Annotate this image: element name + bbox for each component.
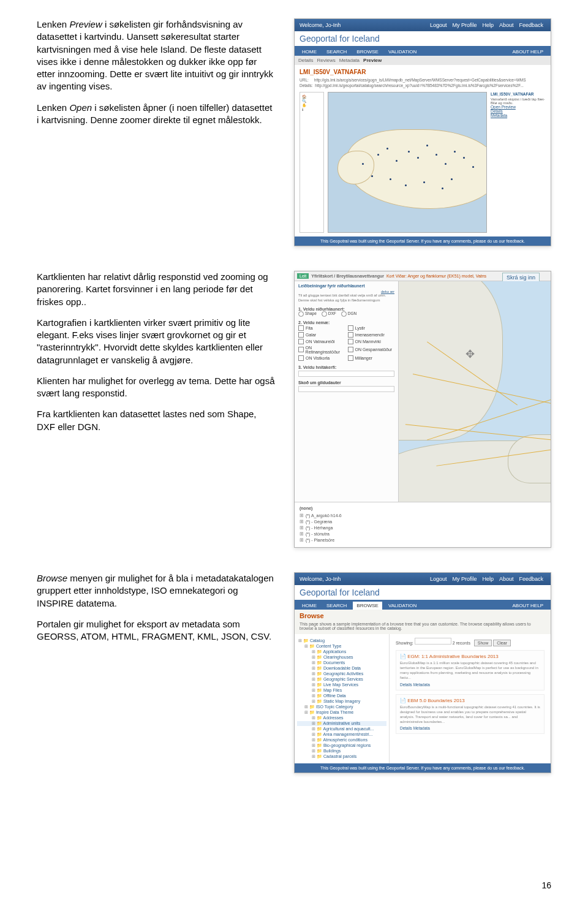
mc-layer: Kort Viðar: Anger og flanklomur (EK51) m… xyxy=(386,274,486,278)
tab-home: HOME xyxy=(298,602,320,610)
para-preview: Lenken Preview i søkelisten gir forhånds… xyxy=(37,18,276,93)
tab-validation: VALIDATION xyxy=(385,602,420,610)
browse-term: Browse xyxy=(37,573,67,583)
header-links: Logout My Profile Help About Feedback xyxy=(428,21,546,29)
page-number: 16 xyxy=(541,880,551,890)
check: Fita xyxy=(298,325,345,331)
check: Millanger xyxy=(348,355,395,361)
check: ON Retinanginsstöður xyxy=(298,346,345,354)
link-metadata: Metadata xyxy=(491,113,546,118)
link-feedback: Feedback xyxy=(516,575,546,583)
map-sidebar: LMI_IS50V_VATNAFAR Vatnafarið skiptist í… xyxy=(491,92,546,233)
legend-item: (*) A_argokö h14-6 xyxy=(300,513,546,518)
client-map: ✥ xyxy=(399,281,551,502)
link-logout: Logout xyxy=(428,21,450,29)
tree-node: Cadastral parcels xyxy=(297,754,386,759)
welcome-text: Welcome, Jo-Inh xyxy=(300,22,341,28)
check: ON Vatnaureiði xyxy=(298,339,345,344)
link-logout: Logout xyxy=(428,575,450,583)
legend-item: (*) - Planetsöre xyxy=(300,537,546,543)
tab-about: ABOUT HELP xyxy=(508,602,547,610)
browse-tree: Catalog Content Type Applications Cleari… xyxy=(295,634,390,763)
records-input xyxy=(415,638,451,645)
tree-node: Static Map Imagery xyxy=(297,699,386,704)
mc-title: Yfirlitskort / Breytilausnavettvangur xyxy=(311,274,384,278)
header-links: Logout My Profile Help About Feedback xyxy=(428,575,546,583)
link-open-preview: Open Preview xyxy=(491,105,546,109)
result-item: 📄 EBM 5.0 Boundaries 2013 EuroBoundaryMa… xyxy=(396,694,545,734)
radio-dxf: DXF xyxy=(322,311,336,317)
link-about: About xyxy=(497,575,516,583)
radio-dgn: DGN xyxy=(341,311,356,317)
screenshot-browse: Welcome, Jo-Inh Logout My Profile Help A… xyxy=(294,572,551,773)
item-title: 📄 EGM: 1:1 Administrative Boundaries 201… xyxy=(400,654,540,659)
check: Galar xyxy=(298,332,345,338)
side-title: LMI_IS50V_VATNAFAR xyxy=(491,92,546,96)
tab-browse-active: BROWSE xyxy=(353,602,382,610)
browse-results: Showing: 2 records Show Clear 📄 EGM: 1:1… xyxy=(390,634,551,763)
para-overlay: Klienten har mulighet for overlegg av te… xyxy=(37,375,276,400)
item-links: Details Metadata xyxy=(400,726,540,730)
step-2: 2. Veldu nemæ: xyxy=(298,320,394,325)
item-desc: EuroBoundaryMap is a multi-functional to… xyxy=(400,705,540,724)
item-desc: EuroGlobalMap is a 1:1 million scale top… xyxy=(400,660,540,680)
tree-node: Live Map Services xyxy=(297,683,386,687)
tree-node: Offline Data xyxy=(297,694,386,698)
panel-title: Leiðbeiningar fyrir niðurhlaunert xyxy=(298,284,394,288)
tab-search: SEARCH xyxy=(323,48,350,56)
link-profile: My Profile xyxy=(450,575,479,583)
radio-shape: Shape xyxy=(298,311,317,317)
txt: i søkelisten gir forhåndsvisning av data… xyxy=(37,19,273,91)
portal-footer: This Geopotral was built using the Geopo… xyxy=(295,763,551,773)
check: Imenasemendir xyxy=(348,332,395,338)
download-panel: Leiðbeiningar fyrir niðurhlaunert deko a… xyxy=(295,281,399,502)
link-details: Details xyxy=(491,109,546,113)
subtab: Reviews xyxy=(317,58,335,63)
link-about: About xyxy=(497,21,516,29)
clear-btn: Clear xyxy=(493,640,511,646)
dataset-name: LMI_IS50V_VATNAFAR xyxy=(300,69,546,75)
tree-node: Agricultural and aquacult... xyxy=(297,727,386,732)
tree-node-selected: Administrative units xyxy=(297,721,386,726)
subtab: Metadata xyxy=(339,58,360,63)
tree-node: Geographic Services xyxy=(297,677,386,682)
preview-map xyxy=(328,92,487,233)
records-count: 2 records xyxy=(453,641,470,645)
check: ON Gespannatöður xyxy=(348,346,395,354)
check: Lystir xyxy=(348,325,395,331)
para-browse: Browse menyen gir mulighet for å bla i m… xyxy=(37,572,276,610)
subtab: Details xyxy=(298,58,313,63)
tree-node: Area management/restri... xyxy=(297,732,386,737)
txt: menyen gir mulighet for å bla i metadata… xyxy=(37,573,274,608)
legend-item: (*) - Hérhanga xyxy=(300,525,546,531)
legend-item: (*) - Gegræna xyxy=(300,519,546,524)
tree-node: Atmospheric conditions xyxy=(297,738,386,743)
screenshot-mapclient: Leit Yfirlitskort / Breytilausnavettvang… xyxy=(294,271,551,548)
check: ON Mannvirki xyxy=(348,339,395,344)
link-help: Help xyxy=(480,575,496,583)
link-feedback: Feedback xyxy=(516,21,546,29)
link-profile: My Profile xyxy=(450,21,479,29)
tree-node: Catalog xyxy=(297,638,386,643)
para-response-time: Kartklienten har relativt dårlig respons… xyxy=(37,271,276,308)
check: ON Vistkorla xyxy=(298,355,345,361)
tree-node: ISO Topic Category xyxy=(297,705,386,709)
tree-node: Buildings xyxy=(297,749,386,754)
item-title: 📄 EBM 5.0 Boundaries 2013 xyxy=(400,698,540,703)
browse-desc: This page shows a sample implementation … xyxy=(295,622,551,634)
legend-title: (none) xyxy=(300,506,546,510)
map-toolbar: 🏠🔍✋ℹ xyxy=(300,92,324,233)
open-term: Open xyxy=(69,102,92,113)
result-item: 📄 EGM: 1:1 Administrative Boundaries 201… xyxy=(396,650,545,690)
dataset-meta: URL: http://gis.lmi.is/arcgis/services/g… xyxy=(300,77,546,88)
step-3: 3. Veldu hnitakerfi: xyxy=(298,365,394,369)
screenshot-preview: Welcome, Jo-Inh Logout My Profile Help A… xyxy=(294,18,551,246)
tree-node: Downloadable Data xyxy=(297,666,386,671)
para-cartography: Kartografien i kartklienten virker svært… xyxy=(37,317,276,366)
welcome-text: Welcome, Jo-Inh xyxy=(300,576,341,582)
tree-node: Inspire Data Theme xyxy=(297,710,386,715)
tree-node: Applications xyxy=(297,649,386,654)
txt: Lenken xyxy=(37,19,69,29)
tab-home: HOME xyxy=(298,48,320,56)
tab-search: SEARCH xyxy=(323,602,350,610)
